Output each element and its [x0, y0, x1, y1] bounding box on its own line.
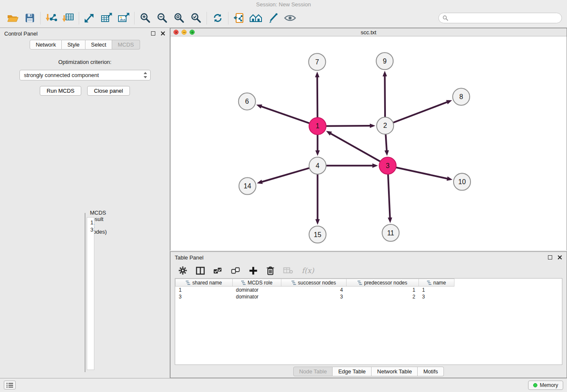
edge-1-6[interactable] [261, 106, 309, 123]
first-neighbors-button[interactable] [248, 10, 264, 26]
refresh-button[interactable] [209, 10, 226, 26]
table-cell[interactable]: 1 [347, 287, 419, 293]
export-image-button[interactable] [115, 10, 132, 26]
list-icon [6, 383, 13, 388]
add-column-button[interactable] [249, 266, 258, 275]
node-label-14: 14 [244, 182, 251, 190]
column-header-predecessor-nodes[interactable]: predecessor nodes [347, 279, 419, 287]
edge-4-14[interactable] [261, 168, 309, 182]
column-header-mcds-role[interactable]: MCDS role [233, 279, 281, 287]
table-cell[interactable]: 4 [281, 287, 347, 293]
criterion-select[interactable]: strongly connected component [19, 70, 151, 80]
search-input[interactable] [450, 15, 558, 21]
control-panel-tabs: NetworkStyleSelectMCDS [0, 40, 170, 50]
edge-1-2[interactable] [327, 126, 371, 126]
import-table-button[interactable] [60, 10, 77, 26]
edge-3-1[interactable] [330, 133, 380, 161]
close-table-panel-icon[interactable] [557, 255, 562, 260]
memory-button[interactable]: Memory [528, 381, 563, 390]
table-cell[interactable]: 3 [176, 293, 233, 300]
edge-3-10[interactable] [396, 168, 448, 179]
edge-3-11[interactable] [388, 174, 390, 218]
sort-icon[interactable] [358, 281, 362, 285]
tab-style[interactable]: Style [62, 40, 85, 50]
table-cell[interactable]: 3 [281, 293, 347, 300]
edge-arrow-3-1 [326, 131, 332, 135]
select-all-icon [213, 267, 223, 274]
zoom-out-button[interactable] [154, 10, 171, 26]
table-panel-header: Table Panel [171, 252, 567, 263]
float-panel-icon[interactable] [151, 31, 155, 36]
table-cell[interactable]: 1 [419, 287, 454, 293]
table-cell[interactable]: dominator [233, 287, 281, 293]
export-network-button[interactable] [81, 10, 98, 26]
close-panel-button[interactable]: Close panel [87, 86, 130, 96]
zoom-fit-button[interactable] [171, 10, 187, 26]
table-row-1[interactable]: 3dominator323 [176, 293, 454, 300]
network-file-button[interactable] [231, 10, 248, 26]
select-all-button[interactable] [213, 267, 223, 274]
export-table-button[interactable] [98, 10, 115, 26]
save-session-button[interactable] [21, 10, 38, 26]
edge-1-7[interactable] [317, 76, 318, 117]
sort-icon[interactable] [292, 281, 296, 285]
zoom-in-button[interactable] [137, 10, 154, 26]
tab-edge-table[interactable]: Edge Table [333, 367, 372, 376]
table-cell[interactable]: dominator [233, 293, 281, 300]
column-header-shared-name[interactable]: shared name [176, 279, 233, 287]
edge-2-9[interactable] [385, 75, 385, 116]
column-header-successor-nodes[interactable]: successor nodes [281, 279, 347, 287]
control-panel: Control Panel NetworkStyleSelectMCDS Opt… [0, 28, 170, 378]
select-stepper-icon [143, 72, 148, 79]
tab-mcds[interactable]: MCDS [112, 40, 140, 50]
close-window-icon[interactable] [173, 30, 179, 35]
table-panel-tabs: Node TableEdge TableNetwork TableMotifs [171, 365, 567, 378]
deselect-all-button[interactable] [231, 267, 240, 274]
close-panel-icon[interactable] [160, 31, 165, 36]
table-cell[interactable]: 2 [347, 293, 419, 300]
task-history-button[interactable] [4, 381, 16, 389]
column-label: MCDS role [248, 280, 272, 286]
tab-motifs[interactable]: Motifs [418, 367, 444, 376]
tab-network[interactable]: Network [30, 40, 62, 50]
tab-node-table[interactable]: Node Table [293, 367, 333, 376]
edge-arrow-4-14 [257, 179, 263, 184]
edge-2-8[interactable] [394, 102, 448, 123]
edge-2-3[interactable] [386, 135, 387, 151]
delete-column-button[interactable] [266, 266, 275, 275]
table-settings-button[interactable] [178, 266, 187, 275]
table-row-0[interactable]: 1dominator411 [176, 287, 454, 293]
mcds-result-list[interactable]: 13 [87, 217, 94, 370]
minimize-window-icon[interactable] [182, 30, 187, 35]
float-table-panel-icon[interactable] [548, 255, 552, 259]
network-canvas[interactable]: 7968124314101511 [171, 36, 567, 251]
table-cell[interactable]: 3 [419, 293, 454, 300]
main-area: Control Panel NetworkStyleSelectMCDS Opt… [0, 28, 567, 378]
export-table-icon [100, 12, 113, 24]
edge-arrow-1-6 [256, 105, 262, 109]
run-mcds-button[interactable]: Run MCDS [40, 86, 81, 96]
search-icon [443, 15, 448, 21]
search-field[interactable] [438, 13, 562, 23]
table-body: 1dominator4113dominator323 [176, 287, 454, 300]
show-columns-button[interactable] [196, 267, 205, 275]
zoom-selected-button[interactable] [187, 10, 204, 26]
annotation-pen-button[interactable] [264, 10, 281, 26]
window-traffic-lights [173, 30, 195, 35]
open-session-button[interactable] [4, 10, 21, 26]
sort-icon[interactable] [427, 281, 432, 285]
show-graphics-details-button[interactable] [281, 10, 298, 26]
column-header-name[interactable]: name [419, 279, 454, 287]
fx-icon: f(x) [302, 266, 314, 275]
network-file-icon [233, 12, 245, 24]
sort-icon[interactable] [186, 281, 190, 285]
sort-icon[interactable] [241, 281, 246, 285]
table-cell[interactable]: 1 [176, 287, 233, 293]
zoom-window-icon[interactable] [190, 30, 195, 35]
mcds-panel-body: Optimization criterion: strongly connect… [0, 50, 170, 378]
criterion-select-value: strongly connected component [24, 72, 143, 78]
status-bar: Memory [0, 378, 567, 392]
tab-select[interactable]: Select [85, 40, 112, 50]
tab-network-table[interactable]: Network Table [372, 367, 418, 376]
import-network-button[interactable] [43, 10, 60, 26]
